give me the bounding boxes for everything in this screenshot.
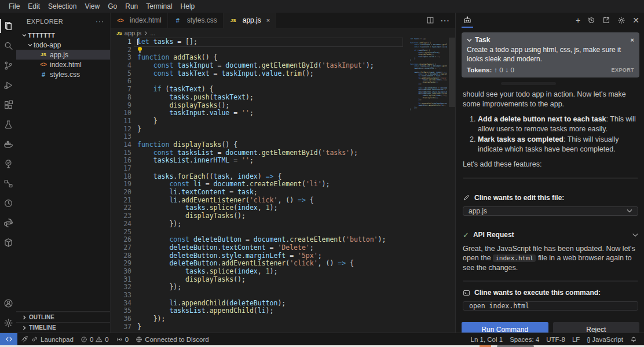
tokens-up: ↑ 0 [494, 67, 503, 73]
eol-status[interactable]: LF [569, 336, 583, 343]
close-panel-icon[interactable]: ✕ [632, 16, 639, 25]
explorer-icon[interactable] [0, 16, 16, 36]
check-icon: ✓ [463, 231, 469, 239]
explorer-actions-icon[interactable]: ··· [96, 17, 104, 25]
chat-messages: should see your todo app in action. Now … [456, 82, 644, 175]
css-file-icon: # [174, 17, 182, 24]
code-editor[interactable]: 1let tasks = [];23function addTask() {4 … [111, 38, 455, 333]
editor-more-actions-icon[interactable]: ⋯ [440, 15, 449, 26]
collapsed-code-block[interactable] [463, 178, 638, 179]
broadcast-status[interactable]: 0 [112, 336, 132, 343]
new-task-plus-icon[interactable]: + [576, 16, 580, 25]
menu-edit[interactable]: Edit [24, 2, 44, 10]
code-line: 23 displayTasks(); [111, 212, 455, 220]
menu-go[interactable]: Go [104, 2, 121, 10]
code-line: 36 }); [111, 315, 455, 323]
task-close-icon[interactable]: × [631, 36, 634, 43]
tab-index-html[interactable]: <> index.html [111, 13, 168, 28]
python-icon[interactable] [0, 213, 16, 232]
lightbulb-icon[interactable] [137, 46, 143, 53]
split-editor-icon[interactable] [426, 16, 434, 24]
menu-terminal[interactable]: Terminal [142, 2, 176, 10]
source-control-icon[interactable] [0, 56, 16, 75]
extensions-icon[interactable] [0, 95, 16, 115]
outline-section[interactable]: OUTLINE [16, 312, 110, 322]
menu-run[interactable]: Run [121, 2, 142, 10]
run-debug-icon[interactable] [0, 75, 16, 95]
task-card-title: Task [475, 36, 490, 44]
minimap[interactable]: let tasks = [];function addTask() { cons… [410, 38, 447, 115]
tab-styles-css[interactable]: # styles.css [168, 13, 224, 28]
api-request-header[interactable]: ✓ API Request [456, 231, 644, 239]
minimap-line: const taskText = taskInput.value.trim(); [410, 46, 447, 48]
inline-code: index.html [493, 254, 536, 262]
remote-indicator[interactable] [0, 333, 17, 345]
menu-view[interactable]: View [80, 2, 104, 10]
timer-icon[interactable] [0, 193, 16, 213]
export-button[interactable]: EXPORT [612, 67, 634, 73]
collapsed-code-block[interactable] [463, 280, 638, 282]
tokens-down: ↓ 0 [506, 67, 514, 73]
code-line: 7 if (taskText) { [111, 86, 455, 94]
open-in-editor-icon[interactable] [602, 16, 610, 24]
settings-gear-icon[interactable] [617, 16, 625, 24]
menu-selection[interactable]: Selection [44, 2, 80, 10]
discord-status[interactable]: Connected to Discord [132, 336, 213, 343]
line-number: 14 [111, 141, 131, 149]
cube-icon[interactable] [0, 232, 16, 252]
problems-status[interactable]: 0 0 [77, 336, 112, 343]
editor-scrollbar[interactable] [449, 38, 455, 107]
globe-icon [136, 336, 142, 343]
workspace-root[interactable]: TTTTTTT [16, 30, 110, 40]
language-mode-status[interactable]: {}JavaScript [583, 336, 627, 343]
chevron-down-icon [632, 233, 638, 237]
file-styles-css[interactable]: # styles.css [16, 69, 110, 79]
menu-file[interactable]: File [5, 2, 24, 10]
references-icon[interactable] [0, 174, 16, 193]
line-number: 18 [111, 173, 131, 181]
line-number: 19 [111, 180, 131, 189]
indentation-status[interactable]: Spaces: 4 [506, 336, 543, 343]
cline-panel: + ✕ Task × Create a todo app using html,… [455, 13, 644, 333]
remote-icon [5, 335, 13, 343]
search-icon[interactable] [0, 36, 16, 56]
edit-file-dropdown[interactable]: app.js [463, 206, 638, 216]
todo-tree-icon[interactable] [0, 154, 16, 174]
cline-conversation: Task × Create a todo app using html, css… [456, 28, 644, 333]
menu-help[interactable]: Help [177, 2, 199, 10]
account-icon[interactable] [0, 293, 16, 313]
docker-icon[interactable] [0, 134, 16, 154]
tab-app-js[interactable]: JS app.js × [224, 13, 276, 28]
tab-close-icon[interactable]: × [266, 17, 270, 24]
file-index-html[interactable]: <> index.html [16, 60, 110, 69]
code-line: 17 [111, 165, 455, 173]
cursor-position-status[interactable]: Ln 1, Col 1 [467, 336, 507, 343]
line-number: 11 [111, 117, 131, 125]
testing-icon[interactable] [0, 115, 16, 134]
folder-todo-app[interactable]: todo-app [16, 40, 110, 50]
assistant-message: should see your todo app in action. Now … [463, 90, 638, 109]
status-bar: Launchpad 0 0 0 Connected to Discord Ln … [0, 333, 644, 345]
breadcrumb[interactable]: JS app.js ... [111, 28, 455, 38]
notifications-status[interactable] [627, 336, 641, 343]
chat-messages: Great, the JavaScript file has been upda… [456, 244, 644, 279]
file-app-js[interactable]: JS app.js [16, 50, 110, 60]
terminal-icon [463, 289, 470, 297]
chevron-down-icon[interactable] [467, 38, 472, 43]
settings-gear-icon[interactable] [0, 313, 16, 333]
link-icon [31, 335, 38, 343]
encoding-status[interactable]: UTF-8 [543, 336, 569, 343]
js-file-icon: JS [116, 31, 122, 36]
cline-robot-icon[interactable] [462, 13, 473, 28]
code-line: 34 li.appendChild(deleteButton); [111, 300, 455, 308]
code-line: 22 tasks.splice(index, 1); [111, 204, 455, 212]
cline-panel-header: + ✕ [456, 13, 644, 28]
tokens-label: Tokens: [467, 67, 492, 73]
html-file-icon: <> [39, 61, 47, 68]
timeline-section[interactable]: TIMELINE [16, 322, 110, 333]
history-icon[interactable] [587, 16, 595, 24]
edit-file-header: Cline wants to edit this file: [456, 194, 644, 202]
code-line: 31 displayTasks(); [111, 276, 455, 284]
line-number: 16 [111, 157, 131, 165]
launchpad-status[interactable]: Launchpad [17, 335, 77, 343]
